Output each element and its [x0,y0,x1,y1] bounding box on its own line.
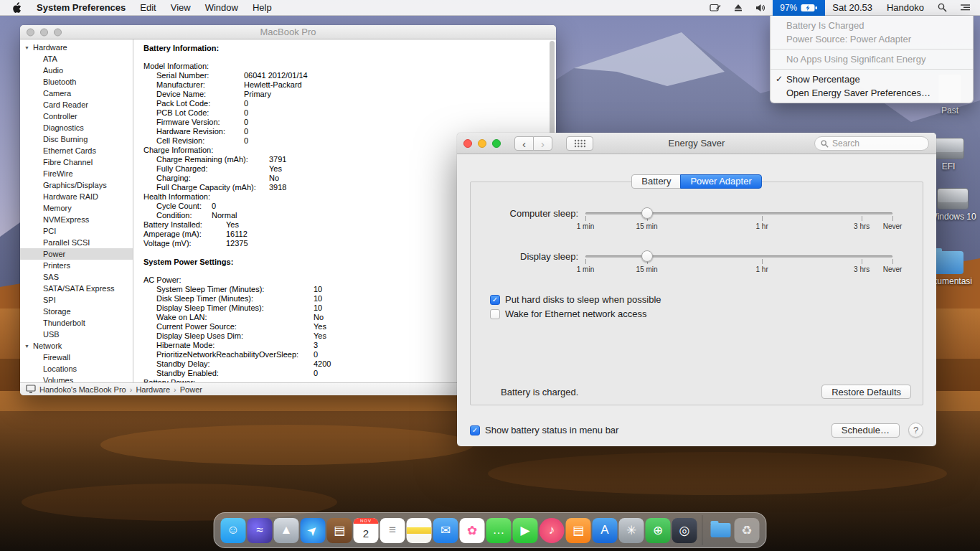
sidebar-item-graphics-displays[interactable]: Graphics/Displays [20,179,133,191]
slider-thumb[interactable] [641,207,653,219]
sysinfo-titlebar[interactable]: MacBook Pro [20,25,556,39]
sidebar-item-storage[interactable]: Storage [20,306,133,317]
launchpad-icon[interactable]: ▲ [274,518,299,543]
checkbox-box[interactable]: ✓ [470,425,480,435]
schedule-button[interactable]: Schedule… [831,423,900,438]
sidebar-item-label: Network [33,342,62,350]
sidebar-item-memory[interactable]: Memory [20,202,133,214]
green-app-icon[interactable]: ⊕ [646,518,671,543]
messages-icon[interactable]: … [486,518,512,543]
sidebar-item-ethernet-cards[interactable]: Ethernet Cards [20,145,133,156]
checkbox-wake-for-ethernet-network-access[interactable]: Wake for Ethernet network access [490,309,923,319]
sidebar-item-fibre-channel[interactable]: Fibre Channel [20,156,133,168]
info-line: Pack Lot Code:0 [143,99,547,108]
photos-icon[interactable]: ✿ [460,518,485,543]
system-preferences-icon[interactable]: ✳ [619,518,644,543]
sidebar-item-network[interactable]: ▼Network [20,340,133,352]
checkbox-put-hard-disks-to-sleep-when-possible[interactable]: ✓Put hard disks to sleep when possible [490,294,923,305]
sidebar-item-spi[interactable]: SPI [20,294,133,306]
sidebar-item-controller[interactable]: Controller [20,110,133,122]
checkbox-show-battery-status-in-menu-bar[interactable]: ✓Show battery status in menu bar [470,425,618,435]
checkbox-box[interactable]: ✓ [490,295,500,305]
sidebar-item-power[interactable]: Power [20,248,133,260]
desktop-icon-windows-10[interactable]: Windows 10 [930,188,976,222]
sidebar-item-locations[interactable]: Locations [20,363,133,375]
sidebar-item-sas[interactable]: SAS [20,271,133,283]
disclosure-triangle-icon[interactable]: ▼ [24,42,33,54]
volume-icon[interactable] [749,0,773,16]
sidebar-item-printers[interactable]: Printers [20,260,133,271]
siri-icon[interactable]: ≈ [248,518,273,543]
computer-sleep-row: Computer sleep:1 min15 min1 hr3 hrsNever [471,208,923,232]
display-sleep-slider[interactable]: 1 min15 min1 hr3 hrsNever [585,251,892,276]
menu-view[interactable]: View [164,0,198,16]
notification-center-icon[interactable] [953,0,977,16]
sidebar-item-card-reader[interactable]: Card Reader [20,99,133,110]
info-value: 0 [244,118,248,126]
sidebar-item-sata-sata-express[interactable]: SATA/SATA Express [20,283,133,294]
checkbox-label: Put hard disks to sleep when possible [505,294,661,305]
sidebar-item-audio[interactable]: Audio [20,65,133,76]
sidebar-item-volumes[interactable]: Volumes [20,375,133,382]
app-store-icon[interactable]: A [593,518,618,543]
sidebar-item-firewire[interactable]: FireWire [20,168,133,179]
calendar-icon[interactable]: NOV2 [354,518,379,543]
battery-status-text: Battery Is Charged [771,19,973,32]
tablet-icon[interactable] [703,0,727,16]
computer-sleep-slider[interactable]: 1 min15 min1 hr3 hrsNever [585,208,892,232]
sidebar-item-label: Firewall [43,353,70,362]
energy-content: BatteryPower Adapter Computer sleep:1 mi… [457,154,936,446]
sidebar-item-hardware[interactable]: ▼Hardware [20,42,133,53]
sidebar-item-hardware-raid[interactable]: Hardware RAID [20,191,133,202]
sidebar-item-usb[interactable]: USB [20,329,133,340]
trash-icon[interactable]: ♻ [735,518,760,543]
sidebar-item-thunderbolt[interactable]: Thunderbolt [20,317,133,329]
sidebar-item-ata[interactable]: ATA [20,53,133,65]
menu-item-show-percentage[interactable]: ✓ Show Percentage [771,72,973,86]
sidebar-item-bluetooth[interactable]: Bluetooth [20,76,133,88]
eject-icon[interactable] [727,0,749,16]
app-menu-title[interactable]: System Preferences [29,0,133,16]
sidebar-item-camera[interactable]: Camera [20,88,133,99]
reminders-icon[interactable]: ≡ [380,518,405,543]
tab-battery[interactable]: Battery [631,174,681,189]
spotlight-search-icon[interactable] [931,0,953,16]
slider-thumb[interactable] [641,250,653,262]
restore-defaults-button[interactable]: Restore Defaults [821,385,911,399]
sidebar-item-label: Locations [43,364,77,373]
disclosure-triangle-icon[interactable]: ▼ [24,341,33,352]
search-icon [821,140,829,148]
energy-titlebar[interactable]: ‹ › Energy Saver Search [457,133,936,154]
notes-icon[interactable] [407,518,432,543]
finder-icon[interactable]: ☺ [221,518,246,543]
ibooks-icon[interactable]: ▤ [566,518,591,543]
checkbox-box[interactable] [490,309,500,319]
help-button[interactable]: ? [908,423,923,438]
display-sleep-label: Display sleep: [471,251,585,276]
computer-icon [26,385,36,394]
sidebar-item-disc-burning[interactable]: Disc Burning [20,133,133,145]
safari-icon[interactable]: ➤ [301,518,326,543]
menu-help[interactable]: Help [245,0,279,16]
sidebar-item-diagnostics[interactable]: Diagnostics [20,122,133,133]
battery-menu-extra[interactable]: 97% [773,0,825,16]
sidebar-item-nvmexpress[interactable]: NVMExpress [20,214,133,225]
menu-item-open-energy-saver-preferences[interactable]: Open Energy Saver Preferences… [771,86,973,100]
apple-menu[interactable] [4,0,29,16]
fast-user-switching-menu[interactable]: Handoko [880,0,931,16]
sidebar-item-parallel-scsi[interactable]: Parallel SCSI [20,237,133,248]
sidebar-item-firewall[interactable]: Firewall [20,352,133,363]
downloads-folder-icon[interactable] [708,518,733,543]
tab-power-adapter[interactable]: Power Adapter [680,174,761,189]
contacts-icon[interactable]: ▤ [327,518,352,543]
menu-window[interactable]: Window [198,0,245,16]
dark-app-icon[interactable]: ◎ [672,518,697,543]
mail-icon[interactable]: ✉ [433,518,458,543]
menu-edit[interactable]: Edit [133,0,163,16]
menu-bar-clock[interactable]: Sat 20.53 [825,0,880,16]
sidebar-item-pci[interactable]: PCI [20,225,133,237]
search-input[interactable]: Search [814,136,929,151]
itunes-icon[interactable]: ♪ [540,518,565,543]
battery-percent: 97% [780,3,797,13]
facetime-icon[interactable]: ▶ [513,518,538,543]
